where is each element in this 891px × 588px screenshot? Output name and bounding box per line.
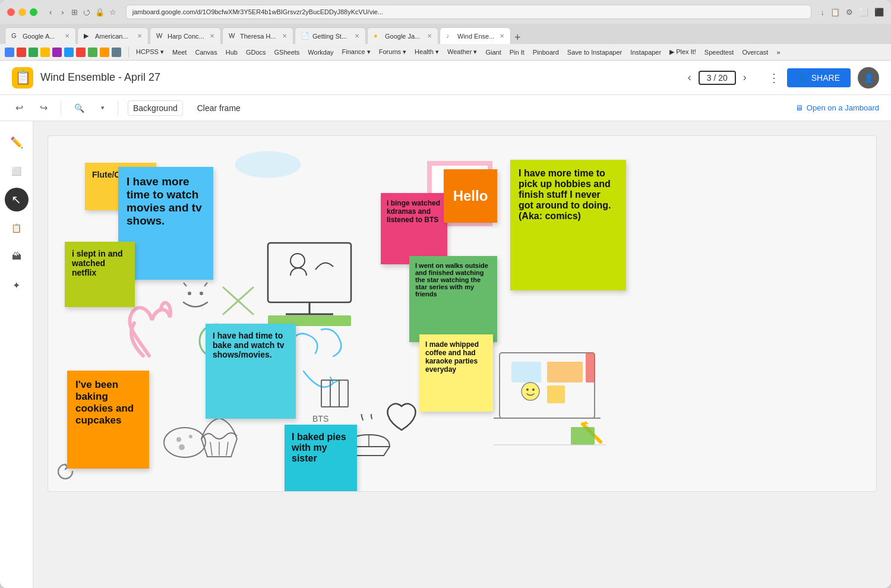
share-button[interactable]: 👤 SHARE (787, 68, 851, 87)
bookmark-giant[interactable]: Giant (482, 48, 504, 57)
eraser-tool-button[interactable]: ⬜ (5, 159, 29, 183)
prev-frame-button[interactable]: ‹ (685, 69, 694, 86)
header-nav: ‹ 3 / 20 › (685, 69, 749, 86)
tab-google-ja[interactable]: ● Google Ja... ✕ (367, 27, 438, 44)
tab-favicon: 📄 (301, 32, 309, 40)
frame-counter[interactable]: 3 / 20 (699, 71, 736, 85)
tab-google-a[interactable]: G Google A... ✕ (5, 27, 76, 44)
tab-close-icon[interactable]: ✕ (282, 33, 287, 39)
bookmark-plex[interactable]: ▶ Plex It! (666, 47, 700, 57)
bookmark-gsheets[interactable]: GSheets (271, 48, 304, 57)
tab-favicon: G (11, 32, 20, 40)
sticky-note-button[interactable]: 📋 (5, 216, 29, 240)
sticky-text: I went on walks outside and finished wat… (415, 262, 488, 298)
address-bar[interactable]: jamboard.google.com/d/1O9bcfwXMr3Y5ER4b1… (126, 5, 811, 19)
pen-tool-button[interactable]: ✏️ (5, 131, 29, 154)
bookmark-workday[interactable]: Workday (304, 48, 337, 57)
tab-favicon: W (229, 32, 237, 40)
monitor-icon: 🖥 (795, 103, 803, 112)
bookmark-hcpss[interactable]: HCPSS ▾ (132, 47, 168, 57)
open-jamboard-button[interactable]: 🖥 Open on a Jamboard (795, 103, 879, 112)
sticky-note-hobbies[interactable]: I have more time to pick up hobbies and … (510, 160, 626, 290)
maximize-button[interactable] (30, 8, 37, 16)
svg-rect-16 (547, 362, 583, 382)
tab-close-icon[interactable]: ✕ (137, 33, 142, 39)
close-button[interactable] (7, 8, 15, 16)
sticky-note-coffee[interactable]: I made whipped coffee and had karaoke pa… (419, 334, 493, 412)
bookmark-pinboard[interactable]: Pinboard (529, 48, 563, 57)
open-jamboard-label: Open on a Jamboard (807, 103, 879, 112)
redo-button[interactable]: ↪ (36, 100, 51, 116)
tab-close-icon[interactable]: ✕ (210, 33, 214, 39)
sticky-text: I have more time to watch movies and tv … (127, 175, 202, 227)
tab-close-icon[interactable]: ✕ (427, 33, 432, 39)
user-avatar[interactable]: 👤 (858, 67, 879, 88)
bookmark-gdocs[interactable]: GDocs (242, 48, 270, 57)
bookmark-health[interactable]: Health ▾ (411, 47, 443, 57)
tab-american[interactable]: ▶ American... ✕ (77, 27, 148, 44)
bookmark-weather[interactable]: Weather ▾ (444, 47, 481, 57)
svg-point-13 (179, 444, 185, 450)
sticky-note-walks[interactable]: I went on walks outside and finished wat… (409, 256, 497, 342)
sticky-text: I made whipped coffee and had karaoke pa… (425, 340, 479, 374)
next-frame-button[interactable]: › (741, 69, 749, 86)
bookmark-pinit[interactable]: Pin It (506, 48, 528, 57)
bookmark-hub[interactable]: Hub (222, 48, 241, 57)
bookmark-meet[interactable]: Meet (169, 48, 190, 57)
smiley-sketch (178, 282, 213, 311)
tab-harp[interactable]: W Harp Conc... ✕ (150, 27, 221, 44)
sticky-note-bake[interactable]: I have had time to bake and watch tv sho… (206, 324, 296, 419)
toolbar-divider-2 (118, 101, 118, 115)
canvas-area[interactable]: BTS (33, 121, 891, 588)
tab-label: Harp Conc... (168, 33, 204, 40)
sticky-note-pies[interactable]: I baked pies with my sister (285, 425, 357, 492)
browser-window: ‹ › ⊞ ⭯ 🔒 ☆ jamboard.google.com/d/1O9bcf… (0, 0, 891, 588)
new-tab-button[interactable]: + (514, 31, 521, 44)
clear-frame-button[interactable]: Clear frame (192, 101, 245, 115)
main-content: ✏️ ⬜ ↖ 📋 🏔 ✦ (0, 121, 891, 588)
bookmark-save-instapaper[interactable]: Save to Instapaper (564, 48, 625, 57)
bookmark-canvas[interactable]: Canvas (191, 48, 220, 57)
tab-close-icon[interactable]: ✕ (65, 33, 69, 39)
sticky-note-hello[interactable]: Hello (444, 169, 497, 223)
zoom-button[interactable]: 🔍 (71, 101, 88, 115)
tab-label: Wind Ense... (457, 33, 494, 40)
minimize-button[interactable] (18, 8, 26, 16)
tabs-bar: G Google A... ✕ ▶ American... ✕ W Harp C… (0, 24, 891, 44)
back-button[interactable]: ‹ (47, 7, 54, 18)
bookmark-speedtest[interactable]: Speedtest (701, 48, 738, 57)
svg-point-19 (526, 388, 529, 391)
select-tool-button[interactable]: ↖ (5, 188, 29, 211)
toolbar: ↩ ↪ 🔍 ▾ Background Clear frame 🖥 Open on… (0, 95, 891, 121)
toolbar-icons: ↓📋⚙⬜⬛ (821, 8, 884, 17)
app-title: Wind Ensemble - April 27 (40, 71, 160, 84)
sticky-note-binge[interactable]: i binge watched kdramas and listened to … (381, 193, 447, 264)
tab-close-icon[interactable]: ✕ (500, 33, 504, 39)
sticky-note-netflix[interactable]: i slept in and watched netflix (65, 242, 135, 307)
zoom-dropdown-button[interactable]: ▾ (97, 102, 108, 114)
undo-button[interactable]: ↩ (12, 100, 27, 116)
forward-button[interactable]: › (59, 7, 66, 18)
tab-close-icon[interactable]: ✕ (355, 33, 359, 39)
bookmark-more[interactable]: » (773, 48, 783, 57)
shapes-tool-button[interactable]: ✦ (5, 273, 29, 297)
share-label: SHARE (811, 73, 840, 83)
svg-point-1 (188, 292, 191, 295)
svg-rect-15 (511, 362, 541, 382)
tab-label: Google A... (23, 33, 55, 40)
tab-theresa[interactable]: W Theresa H... ✕ (222, 27, 293, 44)
tab-getting[interactable]: 📄 Getting St... ✕ (295, 27, 366, 44)
background-button[interactable]: Background (128, 100, 183, 116)
bookmark-finance[interactable]: Finance ▾ (339, 47, 374, 57)
toolbar-divider (61, 101, 61, 115)
app-header: 📋 Wind Ensemble - April 27 ‹ 3 / 20 › ⋮ … (0, 61, 891, 95)
bookmark-forums[interactable]: Forums ▾ (375, 47, 410, 57)
tab-wind-ensemble[interactable]: ♪ Wind Ense... ✕ (440, 27, 511, 44)
sticky-text: i binge watched kdramas and listened to … (387, 199, 440, 224)
image-tool-button[interactable]: 🏔 (5, 245, 29, 268)
sticky-note-cookies[interactable]: I've been baking cookies and cupcakes (67, 371, 149, 469)
more-options-button[interactable]: ⋮ (768, 71, 780, 85)
bookmark-instapaper[interactable]: Instapaper (627, 48, 665, 57)
bookmarks-bar: HCPSS ▾ Meet Canvas Hub GDocs GSheets Wo… (0, 44, 891, 61)
bookmark-overcast[interactable]: Overcast (738, 48, 772, 57)
